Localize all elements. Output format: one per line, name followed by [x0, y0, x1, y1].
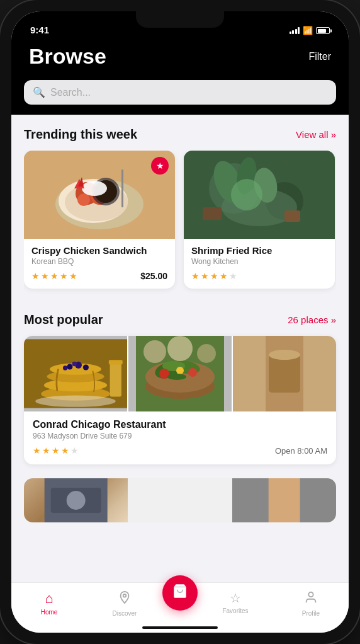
svg-point-43: [188, 368, 197, 377]
nav-favorites[interactable]: ☆ Favorites: [198, 590, 273, 614]
svg-point-46: [143, 340, 166, 363]
main-content: Trending this week View all »: [11, 115, 349, 582]
nav-favorites-label: Favorites: [222, 607, 248, 614]
popular-section: Most popular 26 places »: [11, 300, 349, 478]
popular-card-1-footer: ★ ★ ★ ★ ★ Open 8:00 AM: [33, 446, 327, 456]
svg-point-30: [83, 364, 89, 370]
cart-icon: [172, 583, 188, 603]
popular-card-1-open-time: Open 8:00 AM: [275, 446, 327, 456]
trending-title: Trending this week: [24, 127, 137, 142]
trending-card-2-stars: ★ ★ ★ ★ ★: [191, 271, 237, 281]
trending-card-1-badge: ★: [151, 157, 169, 175]
bottom-nav: ⌂ Home Discover: [11, 582, 349, 633]
popular-places-link[interactable]: 26 places »: [288, 314, 336, 325]
popular-card-1-body: Conrad Chicago Restaurant 963 Madyson Dr…: [24, 411, 336, 464]
svg-point-58: [308, 592, 313, 597]
svg-rect-9: [121, 170, 123, 207]
popular-header: Most popular 26 places »: [24, 313, 336, 327]
svg-point-48: [197, 344, 216, 363]
popular-card-1-stars: ★ ★ ★ ★ ★: [33, 446, 79, 456]
phone-shell: 9:41 📶 Browse Filter 🔍: [0, 0, 360, 644]
trending-card-1-footer: ★ ★ ★ ★ ★ $25.00: [31, 271, 167, 281]
trending-card-2-footer: ★ ★ ★ ★ ★: [191, 271, 327, 281]
nav-profile[interactable]: Profile: [273, 590, 349, 617]
popular-card-1-img-3: [233, 336, 336, 411]
trending-card-1-stars: ★ ★ ★ ★ ★: [31, 271, 77, 281]
popular-card-1-img-1: [24, 336, 127, 411]
page-title: Browse: [29, 44, 106, 69]
status-icons: 📶: [290, 26, 330, 35]
svg-point-31: [63, 365, 67, 370]
svg-point-6: [77, 193, 90, 206]
popular-card-1[interactable]: Conrad Chicago Restaurant 963 Madyson Dr…: [24, 336, 336, 464]
svg-point-54: [67, 491, 86, 510]
nav-discover-label: Discover: [113, 610, 137, 617]
svg-point-10: [82, 181, 107, 196]
nav-home-label: Home: [41, 609, 58, 616]
svg-rect-34: [110, 362, 121, 397]
header: Browse Filter: [11, 39, 349, 80]
home-icon: ⌂: [45, 590, 53, 607]
svg-point-45: [167, 374, 186, 380]
svg-point-47: [167, 336, 193, 361]
trending-card-1-name: Crispy Chicken Sandwich: [31, 245, 167, 256]
favorites-icon: ☆: [230, 590, 241, 606]
trending-card-2-body: Shrimp Fried Rice Wong Kitchen ★ ★ ★ ★ ★: [184, 239, 335, 289]
svg-point-28: [67, 364, 72, 370]
svg-point-32: [72, 362, 77, 366]
svg-rect-35: [109, 360, 123, 364]
popular-card-1-img-2: [128, 336, 232, 411]
trending-section: Trending this week View all »: [11, 115, 349, 300]
trending-card-2-subtitle: Wong Kitchen: [191, 257, 327, 266]
popular-card-1-address: 963 Madyson Drive Suite 679: [33, 432, 327, 440]
trending-card-1-image: ★: [24, 151, 175, 239]
popular-card-1-name: Conrad Chicago Restaurant: [33, 419, 327, 430]
trending-header: Trending this week View all »: [24, 127, 336, 142]
preview-card[interactable]: [24, 478, 336, 522]
nav-cart-button[interactable]: [162, 575, 198, 611]
svg-rect-50: [269, 355, 300, 393]
discover-icon: [118, 590, 132, 608]
svg-point-56: [123, 594, 127, 597]
svg-point-20: [231, 179, 262, 210]
preview-img-1: [24, 478, 128, 522]
search-input[interactable]: Search...: [50, 87, 327, 98]
svg-point-51: [269, 350, 300, 360]
trending-card-2-image: [184, 151, 335, 239]
nav-profile-label: Profile: [302, 610, 320, 617]
trending-card-1-price: $25.00: [140, 271, 167, 281]
trending-card-2-name: Shrimp Fried Rice: [191, 245, 327, 256]
profile-icon: [304, 590, 318, 608]
svg-rect-55: [268, 478, 300, 522]
svg-rect-21: [203, 207, 222, 220]
filter-button[interactable]: Filter: [308, 51, 331, 62]
preview-img-2: [232, 478, 336, 522]
trending-view-all[interactable]: View all »: [296, 129, 336, 140]
wifi-icon: 📶: [303, 26, 313, 35]
trending-card-1[interactable]: ★ Crispy Chicken Sandwich Korean BBQ ★ ★…: [24, 151, 175, 289]
search-icon: 🔍: [33, 86, 45, 98]
popular-title: Most popular: [24, 313, 103, 327]
status-time: 9:41: [30, 25, 49, 35]
nav-home[interactable]: ⌂ Home: [11, 590, 87, 616]
svg-point-33: [35, 396, 116, 407]
battery-icon: [316, 27, 330, 34]
nav-discover[interactable]: Discover: [87, 590, 162, 617]
popular-card-1-images: [24, 336, 336, 411]
search-bar[interactable]: 🔍 Search...: [24, 80, 336, 105]
svg-point-44: [176, 367, 184, 374]
trending-card-1-subtitle: Korean BBQ: [31, 257, 167, 266]
trending-card-1-body: Crispy Chicken Sandwich Korean BBQ ★ ★ ★…: [24, 239, 175, 289]
trending-scroll: ★ Crispy Chicken Sandwich Korean BBQ ★ ★…: [24, 151, 336, 295]
search-container: 🔍 Search...: [11, 80, 349, 115]
notch: [136, 11, 224, 28]
svg-rect-22: [284, 210, 300, 222]
signal-icon: [290, 27, 300, 34]
phone-screen: 9:41 📶 Browse Filter 🔍: [11, 11, 349, 633]
trending-card-2[interactable]: Shrimp Fried Rice Wong Kitchen ★ ★ ★ ★ ★: [184, 151, 335, 289]
home-indicator: [142, 626, 218, 629]
